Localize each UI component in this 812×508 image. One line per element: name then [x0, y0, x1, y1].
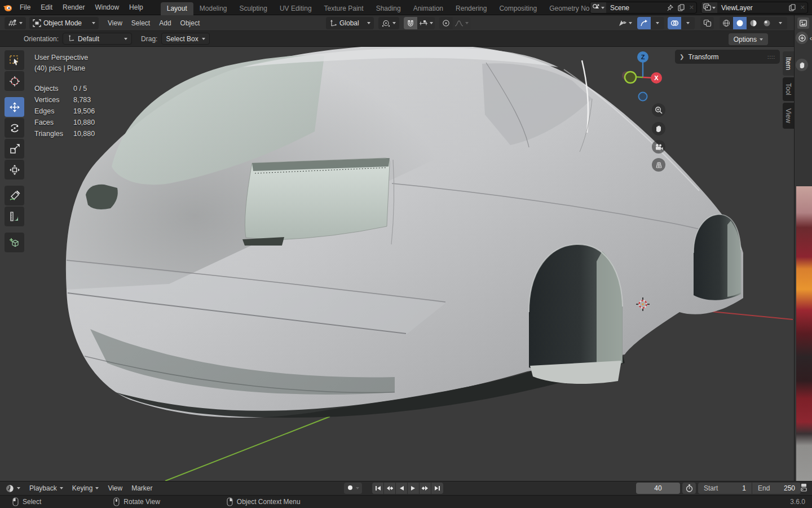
image-editor-icon[interactable] — [797, 17, 809, 29]
pan-view-button[interactable] — [652, 122, 665, 135]
gizmo-axis-y[interactable] — [625, 72, 636, 83]
workspace-tab-uv-editing[interactable]: UV Editing — [273, 2, 318, 15]
new-scene-icon[interactable] — [676, 2, 687, 13]
sidebar-tab-item[interactable]: Item — [783, 51, 794, 76]
mode-dropdown[interactable]: Object Mode — [29, 17, 99, 29]
menu-edit[interactable]: Edit — [36, 0, 58, 15]
tool-select-box[interactable] — [5, 50, 24, 70]
menu-render[interactable]: Render — [58, 0, 90, 15]
scene-name[interactable]: Scene — [606, 4, 665, 12]
menu-help[interactable]: Help — [124, 0, 148, 15]
object-mode-icon — [33, 19, 41, 27]
reference-image-editor-strip[interactable]: ‹ — [794, 15, 812, 481]
zoom-view-button[interactable] — [652, 103, 665, 117]
auto-keying-record-button[interactable] — [347, 484, 354, 493]
tool-scale[interactable] — [5, 139, 24, 159]
viewlayer-selector[interactable]: ViewLayer ✕ — [701, 2, 808, 14]
navigation-gizmo[interactable]: Z X — [619, 48, 671, 104]
options-dropdown[interactable]: Options — [729, 33, 768, 45]
jump-to-end-button[interactable] — [431, 483, 443, 494]
timeline-editor-dropdown[interactable] — [0, 484, 25, 493]
stat-faces: Faces10,880 — [34, 117, 96, 129]
show-gizmo-toggle[interactable] — [637, 17, 651, 29]
viewlayer-name[interactable]: ViewLayer — [717, 4, 787, 12]
scene-selector[interactable]: Scene ✕ — [590, 2, 697, 14]
play-button[interactable] — [408, 483, 420, 494]
timeline-options-icon[interactable] — [800, 483, 807, 493]
ortho-toggle-button[interactable] — [652, 158, 665, 172]
tool-annotate[interactable] — [5, 186, 24, 205]
camera-view-button[interactable] — [652, 140, 665, 154]
blender-logo-icon[interactable] — [0, 3, 15, 12]
orientation-select[interactable]: Default — [63, 33, 132, 45]
menu-select[interactable]: Select — [127, 19, 155, 27]
chevron-down-icon — [430, 22, 433, 24]
transform-panel-header[interactable]: ❯ Transform :::: — [675, 50, 780, 64]
shading-material-button[interactable] — [747, 17, 760, 29]
end-frame-field[interactable]: End 250 — [752, 483, 801, 494]
snap-toggle[interactable] — [404, 17, 417, 29]
menu-view[interactable]: View — [103, 19, 127, 27]
sidebar-tab-tool[interactable]: Tool — [783, 77, 794, 101]
panel-grip-icon[interactable]: :::: — [767, 55, 775, 59]
collapse-strip-chevron-icon[interactable]: ‹ — [810, 34, 812, 42]
solid-shading-icon — [736, 19, 744, 27]
strip-pan-button[interactable] — [796, 59, 808, 71]
pin-icon[interactable] — [665, 2, 676, 13]
play-reverse-button[interactable] — [396, 483, 408, 494]
workspace-tab-texture-paint[interactable]: Texture Paint — [318, 2, 370, 15]
gizmo-dropdown[interactable] — [651, 17, 664, 29]
tool-add-cube[interactable] — [5, 233, 24, 252]
proportional-falloff-dropdown[interactable] — [453, 17, 470, 29]
gizmo-axis-neg-z[interactable] — [639, 93, 647, 101]
viewport-canvas[interactable] — [0, 47, 794, 481]
tool-measure[interactable] — [5, 207, 24, 226]
menu-window[interactable]: Window — [90, 0, 124, 15]
workspace-tab-animation[interactable]: Animation — [407, 2, 449, 15]
workspace-tab-rendering[interactable]: Rendering — [449, 2, 493, 15]
unlink-scene-icon[interactable]: ✕ — [687, 2, 696, 13]
keying-menu[interactable]: Keying — [68, 484, 104, 492]
strip-zoom-button[interactable] — [796, 32, 808, 44]
visibility-dropdown[interactable] — [616, 17, 634, 29]
tool-cursor[interactable] — [5, 71, 24, 91]
sidebar-tab-view[interactable]: View — [783, 103, 794, 129]
pivot-point-dropdown[interactable] — [378, 17, 399, 29]
menu-object[interactable]: Object — [176, 19, 205, 27]
current-frame-field[interactable]: 40 — [636, 483, 680, 494]
orientation-dropdown[interactable]: Global — [326, 17, 374, 29]
show-overlays-toggle[interactable] — [668, 17, 681, 29]
workspace-tab-modeling[interactable]: Modeling — [193, 2, 233, 15]
new-viewlayer-icon[interactable] — [787, 2, 798, 13]
shading-solid-button[interactable] — [733, 17, 747, 29]
snap-target-dropdown[interactable] — [417, 17, 435, 29]
use-preview-range-button[interactable] — [682, 483, 696, 494]
workspace-tab-layout[interactable]: Layout — [161, 2, 193, 15]
workspace-tab-compositing[interactable]: Compositing — [493, 2, 543, 15]
jump-to-start-button[interactable] — [372, 483, 384, 494]
viewport-3d[interactable]: User Perspective (40) pics | Plane Objec… — [0, 47, 794, 481]
timeline-view-menu[interactable]: View — [103, 484, 127, 492]
editor-type-dropdown[interactable] — [5, 17, 26, 29]
menu-file[interactable]: File — [15, 0, 36, 15]
workspace-tab-sculpting[interactable]: Sculpting — [233, 2, 273, 15]
shading-rendered-button[interactable] — [760, 17, 774, 29]
shading-dropdown[interactable] — [774, 17, 787, 29]
shading-wireframe-button[interactable] — [720, 17, 733, 29]
prev-keyframe-button[interactable] — [384, 483, 396, 494]
workspace-tab-shading[interactable]: Shading — [370, 2, 407, 15]
playback-menu[interactable]: Playback — [25, 484, 68, 492]
start-frame-field[interactable]: Start 1 — [698, 483, 752, 494]
tool-move[interactable] — [5, 97, 24, 117]
viewport-stats-overlay: User Perspective (40) pics | Plane Objec… — [34, 52, 96, 140]
drag-select[interactable]: Select Box — [161, 33, 209, 45]
overlays-dropdown[interactable] — [681, 17, 695, 29]
remove-viewlayer-icon[interactable]: ✕ — [798, 2, 807, 13]
next-keyframe-button[interactable] — [420, 483, 431, 494]
proportional-editing-toggle[interactable] — [439, 17, 453, 29]
xray-toggle[interactable] — [700, 17, 714, 29]
tool-rotate[interactable] — [5, 118, 24, 138]
menu-add[interactable]: Add — [155, 19, 175, 27]
tool-transform[interactable] — [5, 160, 24, 179]
marker-menu[interactable]: Marker — [127, 484, 157, 492]
